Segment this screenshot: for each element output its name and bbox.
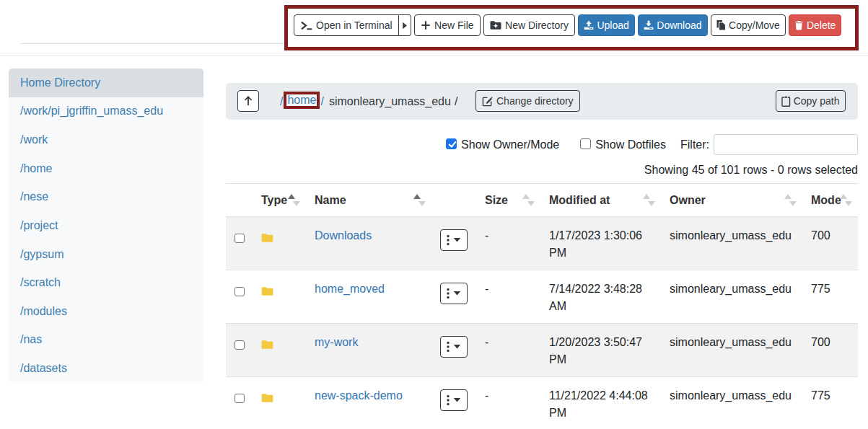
- download-button[interactable]: Download: [638, 14, 707, 36]
- open-in-terminal-label: Open in Terminal: [316, 19, 393, 31]
- breadcrumb-home-link[interactable]: home: [287, 94, 316, 106]
- sidebar-item-datasets[interactable]: /datasets: [9, 354, 203, 383]
- column-header-label: Modified at: [549, 194, 610, 206]
- folder-icon: [261, 286, 273, 296]
- row-select-checkbox[interactable]: [234, 340, 245, 350]
- sidebar-item-label: /scratch: [20, 276, 61, 289]
- file-name-link[interactable]: home_moved: [315, 283, 385, 295]
- filter-input[interactable]: [714, 134, 858, 155]
- new-file-button[interactable]: New File: [414, 14, 480, 36]
- delete-button[interactable]: Delete: [789, 14, 841, 36]
- copy-path-label: Copy path: [794, 95, 840, 107]
- copy-icon: [716, 20, 726, 30]
- sidebar-item-label: /gypsum: [20, 248, 63, 261]
- row-actions-button[interactable]: [440, 283, 468, 304]
- change-directory-button[interactable]: Change directory: [475, 90, 580, 112]
- new-directory-button[interactable]: New Directory: [483, 14, 575, 36]
- breadcrumb-root-link[interactable]: /: [280, 95, 283, 108]
- sidebar-item-gypsum[interactable]: /gypsum: [9, 240, 203, 269]
- files-table-header: Type Name Size Modified at Owner Mode: [226, 184, 858, 217]
- show-owner-mode-option[interactable]: Show Owner/Mode: [446, 138, 559, 151]
- file-row: Downloads - 1/17/2023 1:30:06 PM simonle…: [226, 217, 858, 270]
- sidebar-item-project[interactable]: /project: [9, 211, 203, 240]
- open-in-terminal-group: Open in Terminal: [294, 14, 411, 36]
- sidebar-item-home[interactable]: /home: [9, 154, 203, 183]
- caret-down-icon: [453, 290, 461, 296]
- sidebar-item-label: /nese: [20, 190, 48, 203]
- row-select-checkbox[interactable]: [234, 234, 245, 244]
- caret-down-icon: [453, 236, 461, 243]
- file-name-link[interactable]: Downloads: [315, 229, 372, 242]
- sidebar-item-label: /datasets: [20, 362, 67, 375]
- file-owner: simonleary_umass_edu: [661, 324, 802, 377]
- three-dots-vertical-icon: [447, 394, 450, 406]
- copy-path-button[interactable]: Copy path: [776, 90, 846, 112]
- column-header-label: Name: [315, 194, 346, 206]
- folder-icon: [261, 393, 273, 403]
- table-options-row: Show Owner/Mode Show Dotfiles Filter:: [226, 134, 858, 155]
- row-select-checkbox[interactable]: [234, 394, 245, 404]
- breadcrumb-separator-link[interactable]: /: [320, 95, 323, 108]
- file-name-link[interactable]: my-work: [315, 336, 358, 348]
- upload-icon: [584, 20, 594, 30]
- open-in-terminal-caret-button[interactable]: [399, 14, 411, 36]
- show-owner-mode-checkbox[interactable]: [446, 138, 457, 149]
- column-header-mode[interactable]: Mode: [802, 184, 858, 217]
- favorites-sidebar: Home Directory /work/pi_jgriffin_umass_e…: [9, 68, 203, 383]
- sort-desc-icon: [845, 201, 852, 206]
- sort-desc-icon: [527, 201, 535, 206]
- sidebar-item-work[interactable]: /work: [9, 125, 203, 154]
- column-header-label: Mode: [811, 194, 841, 206]
- arrow-up-icon: [242, 95, 254, 107]
- files-app: Open in Terminal New File: [0, 0, 868, 429]
- files-table: Type Name Size Modified at Owner Mode Do…: [226, 183, 858, 429]
- row-actions-button[interactable]: [440, 389, 468, 411]
- upload-label: Upload: [597, 19, 628, 31]
- sort-icons: [413, 194, 426, 206]
- open-in-terminal-button[interactable]: Open in Terminal: [294, 14, 399, 36]
- new-directory-label: New Directory: [505, 19, 569, 31]
- file-owner: simonleary_umass_edu: [661, 270, 802, 324]
- row-select-checkbox[interactable]: [234, 287, 245, 297]
- column-header-blank: [431, 184, 476, 217]
- row-actions-button[interactable]: [440, 229, 468, 251]
- sort-desc-icon: [293, 201, 300, 206]
- file-size: -: [476, 270, 540, 324]
- sidebar-item-modules[interactable]: /modules: [9, 297, 203, 326]
- folder-icon: [261, 340, 273, 350]
- sidebar-item-label: /modules: [20, 305, 67, 318]
- up-directory-button[interactable]: [237, 90, 259, 112]
- pencil-square-icon: [482, 96, 493, 107]
- three-dots-vertical-icon: [447, 341, 450, 353]
- sidebar-item-home-directory[interactable]: Home Directory: [9, 68, 203, 97]
- file-row: my-work - 1/20/2023 3:50:47 PM simonlear…: [226, 324, 858, 377]
- sort-asc-icon: [643, 194, 650, 199]
- upload-button[interactable]: Upload: [578, 14, 634, 36]
- sidebar-item-label: /home: [20, 162, 52, 175]
- column-header-type[interactable]: Type: [253, 184, 306, 217]
- copy-move-button[interactable]: Copy/Move: [711, 14, 786, 36]
- show-dotfiles-option[interactable]: Show Dotfiles: [580, 138, 666, 151]
- file-mode: 775: [802, 377, 858, 429]
- sort-desc-icon: [789, 201, 797, 206]
- sidebar-item-work-pi-jgriffin-umass-edu[interactable]: /work/pi_jgriffin_umass_edu: [9, 97, 203, 126]
- file-name-link[interactable]: new-spack-demo: [315, 389, 403, 402]
- column-header-size[interactable]: Size: [476, 184, 540, 217]
- sidebar-item-nas[interactable]: /nas: [9, 326, 203, 355]
- sort-icons: [643, 194, 655, 206]
- show-dotfiles-checkbox[interactable]: [580, 138, 591, 149]
- breadcrumb-home-highlight-box: home: [284, 92, 320, 109]
- column-header-owner[interactable]: Owner: [661, 184, 802, 217]
- sort-asc-icon: [522, 194, 530, 199]
- row-actions-button[interactable]: [440, 336, 468, 358]
- sort-desc-icon: [418, 201, 426, 206]
- column-header-name[interactable]: Name: [306, 184, 431, 217]
- sidebar-item-nese[interactable]: /nese: [9, 183, 203, 212]
- sort-asc-icon: [288, 194, 295, 199]
- file-mode: 700: [802, 217, 858, 270]
- column-header-modified-at[interactable]: Modified at: [540, 184, 661, 217]
- sidebar-item-label: /work: [20, 133, 48, 146]
- file-size: -: [476, 377, 540, 429]
- sidebar-item-scratch[interactable]: /scratch: [9, 268, 203, 297]
- file-row: new-spack-demo - 11/21/2022 4:44:08 PM s…: [226, 377, 858, 429]
